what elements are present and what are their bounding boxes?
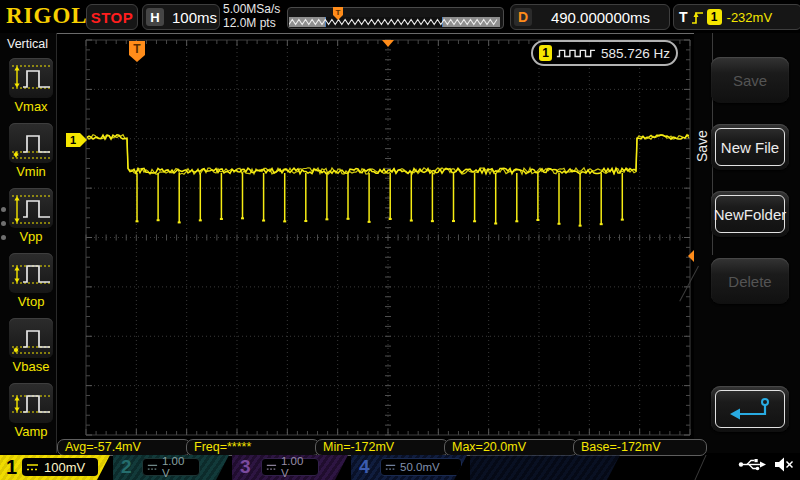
counter-value: 585.726 Hz — [601, 46, 670, 61]
delay-indicator-marker — [382, 40, 394, 47]
svg-text:T: T — [133, 42, 141, 56]
delay-label: D — [514, 8, 532, 26]
trigger-level-value: -232mV — [727, 10, 773, 25]
channel-3-status[interactable]: 3 1.00 V — [232, 455, 348, 480]
sample-rate: 5.00MSa/s — [223, 2, 280, 16]
new-folder-button-label: NewFolder — [715, 195, 785, 233]
vmin-icon — [9, 123, 53, 163]
preview-wave — [289, 17, 500, 27]
channel-4-number: 4 — [359, 456, 370, 478]
measurement-base: Base=-172mV — [573, 439, 707, 456]
frequency-counter: 1 585.726 Hz — [531, 40, 678, 66]
return-arrow-icon — [727, 397, 773, 421]
timebase-value: 100ms — [172, 9, 217, 26]
delete-button-label: Delete — [715, 262, 785, 300]
measure-item-label: Vamp — [8, 424, 54, 439]
new-file-button[interactable]: New File — [711, 124, 789, 170]
vtop-icon — [9, 253, 53, 293]
channel-3-number: 3 — [240, 456, 251, 478]
save-button-label: Save — [715, 61, 785, 99]
top-status-bar: RIGOL STOP H 100ms 5.00MSa/s 12.0M pts T… — [0, 0, 800, 34]
measure-item-label: Vmax — [8, 99, 54, 114]
measure-item-label: Vpp — [8, 229, 54, 244]
menu-page-dots — [1, 198, 6, 249]
new-file-button-label: New File — [715, 128, 785, 166]
run-state-badge[interactable]: STOP — [86, 4, 138, 30]
channel-2-number: 2 — [121, 456, 132, 478]
trigger-status[interactable]: T 1 -232mV — [673, 4, 800, 30]
measure-item-vbase[interactable]: Vbase — [8, 318, 54, 376]
memory-depth: 12.0M pts — [223, 16, 280, 30]
speaker-muted-icon — [774, 457, 794, 472]
channel-4-scale: 50.0mV — [400, 461, 440, 473]
channel-3-scale: 1.00 V — [281, 455, 314, 479]
vpp-icon — [9, 188, 53, 228]
acquisition-info: 5.00MSa/s 12.0M pts — [223, 2, 280, 30]
usb-icon — [738, 457, 766, 472]
channel-1-scale: 100mV — [44, 460, 85, 475]
new-folder-button[interactable]: NewFolder — [711, 191, 789, 237]
system-status-icons — [738, 457, 794, 472]
measurement-min: Min=-172mV — [315, 439, 449, 456]
measurement-avg: Avg=-57.4mV — [57, 439, 191, 456]
delete-button[interactable]: Delete — [711, 258, 789, 304]
back-button[interactable] — [711, 386, 789, 432]
trigger-delay[interactable]: D 490.000000ms — [510, 4, 670, 30]
measure-item-vmax[interactable]: Vmax — [8, 58, 54, 116]
horizontal-label: H — [146, 8, 164, 26]
channel-2-scale: 1.00 V — [162, 455, 195, 479]
oscilloscope-screen: TT1 RIGOL STOP H 100ms 5.00MSa/s 12.0M p… — [0, 0, 800, 480]
vmax-icon — [9, 58, 53, 98]
measure-item-label: Vmin — [8, 164, 54, 179]
measure-menu: Vertical Vmax Vmin Vpp Vtop Vbase Vamp — [0, 33, 57, 453]
measure-item-label: Vbase — [8, 359, 54, 374]
vamp-icon — [9, 383, 53, 423]
memory-waveform-preview[interactable]: T — [287, 7, 504, 29]
counter-channel-badge: 1 — [539, 45, 552, 61]
preview-trigger-marker-icon[interactable]: T — [332, 6, 344, 21]
measure-item-label: Vtop — [8, 294, 54, 309]
dc-coupling-icon — [266, 463, 277, 472]
trigger-slope-icon — [691, 9, 704, 26]
svg-text:1: 1 — [70, 134, 76, 146]
vbase-icon — [9, 318, 53, 358]
svg-text:T: T — [336, 8, 341, 17]
menu-tab-title: Save — [694, 109, 710, 183]
measurement-max: Max=20.0mV — [444, 439, 578, 456]
channel-1-position-marker[interactable]: 1 — [66, 133, 87, 147]
dc-coupling-icon — [26, 463, 39, 472]
dc-coupling-icon — [147, 463, 158, 472]
rigol-logo: RIGOL — [6, 3, 88, 29]
channel-4-status[interactable]: 4 50.0mV — [351, 455, 467, 480]
square-wave-icon — [556, 45, 596, 61]
channel-2-status[interactable]: 2 1.00 V — [113, 455, 229, 480]
measure-item-vpp[interactable]: Vpp — [8, 188, 54, 246]
save-menu: Save Save New File NewFolder Delete — [694, 33, 800, 453]
trigger-source-badge: 1 — [707, 9, 722, 25]
channel-1-status[interactable]: 1 100mV — [0, 455, 110, 480]
trigger-position-marker[interactable]: T — [129, 41, 145, 62]
save-button[interactable]: Save — [711, 57, 789, 103]
channel-1-number: 1 — [6, 456, 17, 479]
measure-item-vamp[interactable]: Vamp — [8, 383, 54, 441]
delay-value: 490.000000ms — [551, 9, 650, 26]
trigger-label: T — [679, 9, 688, 25]
measurement-freq: Freq=***** — [186, 439, 320, 456]
measure-item-vtop[interactable]: Vtop — [8, 253, 54, 311]
scope-graticule: TT1 — [0, 0, 800, 480]
channel-bar-spacer — [470, 455, 620, 480]
horizontal-timebase[interactable]: H 100ms — [142, 4, 220, 30]
measure-menu-title: Vertical — [7, 37, 48, 51]
dc-coupling-icon — [385, 463, 396, 472]
measure-item-vmin[interactable]: Vmin — [8, 123, 54, 181]
